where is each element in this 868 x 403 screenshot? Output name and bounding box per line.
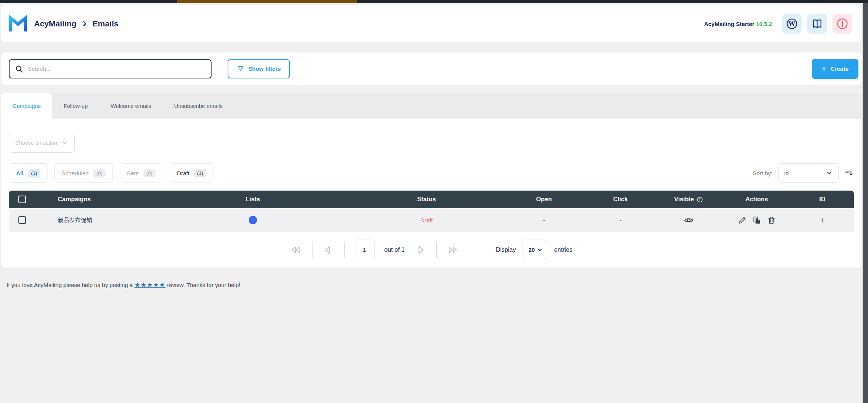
alert-button[interactable] [832, 14, 852, 34]
version-number: 10.5.2 [756, 21, 772, 27]
campaign-name-link[interactable]: 新品发布促销 [36, 217, 154, 224]
tab-welcome-emails[interactable]: Welcome emails [99, 93, 163, 119]
filter-sent-button[interactable]: Sent (0) [120, 163, 163, 183]
eye-icon [684, 215, 694, 225]
col-id[interactable]: ID [791, 196, 854, 203]
acymailing-logo [9, 15, 27, 33]
table-row: 新品发布促销 Draft - - [9, 208, 854, 232]
col-status[interactable]: Status [352, 196, 502, 203]
page-number-input[interactable] [355, 240, 375, 260]
edit-button[interactable] [738, 216, 747, 225]
entries-count-value: 20 [528, 246, 535, 253]
chevron-down-icon [826, 170, 833, 176]
sort-field-value: id [784, 170, 789, 176]
filter-label: Scheduled [62, 170, 89, 176]
last-page-icon [447, 244, 458, 256]
plus-icon: + [822, 65, 826, 73]
previous-page-icon [322, 244, 334, 256]
copy-icon [752, 216, 761, 225]
pagination: out of 1 Display 20 entries [9, 232, 854, 268]
status-badge: Draft [352, 217, 502, 224]
chevron-right-icon [81, 20, 88, 27]
documentation-button[interactable] [807, 14, 827, 34]
click-stat: - [586, 217, 655, 224]
pagination-divider [344, 241, 345, 258]
show-filters-label: Show filters [248, 65, 281, 72]
svg-text:W: W [788, 20, 795, 27]
campaigns-table: Campaigns Lists Status Open Click Visibl… [9, 191, 854, 232]
filter-label: Sent [127, 170, 139, 176]
trash-icon [767, 216, 776, 225]
sort-field-select[interactable]: id [778, 163, 839, 183]
entries-count-select[interactable]: 20 [523, 240, 547, 260]
alert-icon [837, 18, 848, 29]
email-type-tabs: Campaigns Follow-up Welcome emails Unsub… [1, 93, 861, 119]
search-box [9, 59, 212, 78]
open-stat: - [502, 217, 586, 224]
col-click[interactable]: Click [586, 196, 655, 203]
funnel-icon [237, 65, 244, 73]
vertical-scrollbar[interactable] [863, 3, 868, 403]
pagination-divider [436, 241, 437, 258]
delete-button[interactable] [767, 216, 776, 225]
browser-topbar [0, 0, 868, 3]
filter-all-button[interactable]: All (1) [9, 163, 47, 183]
filter-scheduled-button[interactable]: Scheduled (0) [54, 163, 113, 183]
filter-count-badge: (0) [143, 169, 156, 178]
sort-descending-icon [845, 168, 854, 178]
toolbar: Show filters + Create [1, 52, 861, 85]
filter-count-badge: (0) [93, 169, 106, 178]
chevron-down-icon [537, 247, 543, 253]
col-lists[interactable]: Lists [154, 196, 352, 203]
search-icon [15, 65, 23, 73]
show-filters-button[interactable]: Show filters [228, 59, 290, 78]
review-footer: If you love AcyMailing please help us by… [1, 281, 861, 289]
first-page-icon [290, 244, 302, 256]
search-input[interactable] [28, 65, 205, 72]
version-label: AcyMailing Starter [704, 21, 754, 27]
version-text: AcyMailing Starter 10.5.2 [704, 21, 772, 27]
col-open[interactable]: Open [502, 196, 586, 203]
page-header: AcyMailing Emails AcyMailing Starter 10.… [1, 5, 861, 42]
breadcrumb-page: Emails [93, 19, 119, 28]
entries-label: entries [554, 246, 572, 253]
status-filters: All (1) Scheduled (0) Sent (0) Draft (1) [9, 163, 213, 183]
copy-button[interactable] [752, 216, 761, 225]
last-page-button[interactable] [447, 244, 458, 256]
five-stars-review-link[interactable]: ★★★★★ [134, 281, 165, 289]
list-dot[interactable] [249, 216, 257, 224]
footer-text-before: If you love AcyMailing please help us by… [7, 282, 133, 288]
filter-count-badge: (1) [194, 169, 206, 178]
tab-follow-up[interactable]: Follow-up [52, 93, 99, 119]
topbar-orange-segment [177, 0, 357, 3]
next-page-icon [415, 244, 426, 256]
visibility-toggle-button[interactable] [684, 215, 694, 225]
tab-label: Welcome emails [111, 103, 151, 109]
col-actions: Actions [723, 196, 791, 203]
row-actions [723, 216, 791, 225]
filter-draft-button[interactable]: Draft (1) [170, 163, 213, 183]
filter-label: Draft [177, 170, 190, 176]
col-campaigns[interactable]: Campaigns [36, 196, 154, 203]
create-label: Create [831, 65, 848, 72]
tab-campaigns[interactable]: Campaigns [1, 93, 52, 119]
row-checkbox[interactable] [18, 216, 26, 224]
tab-unsubscribe-emails[interactable]: Unsubscribe emails [163, 93, 234, 119]
previous-page-button[interactable] [322, 244, 334, 256]
info-icon[interactable] [697, 196, 703, 203]
wordpress-button[interactable]: W [782, 14, 802, 34]
select-all-checkbox[interactable] [18, 196, 26, 203]
sort-direction-button[interactable] [845, 168, 854, 178]
create-button[interactable]: + Create [812, 59, 858, 79]
main-panel: Campaigns Follow-up Welcome emails Unsub… [1, 93, 861, 268]
footer-text-after: review. Thanks for your help! [167, 282, 240, 288]
next-page-button[interactable] [415, 244, 426, 256]
first-page-button[interactable] [290, 244, 302, 256]
col-visible[interactable]: Visible [655, 196, 723, 203]
filter-count-badge: (1) [28, 169, 40, 178]
choose-action-select[interactable]: Choose an action [9, 133, 75, 153]
wordpress-icon: W [786, 18, 798, 29]
breadcrumb-app[interactable]: AcyMailing [34, 19, 77, 28]
page-count-label: out of 1 [384, 246, 405, 253]
chevron-down-icon [61, 139, 68, 146]
